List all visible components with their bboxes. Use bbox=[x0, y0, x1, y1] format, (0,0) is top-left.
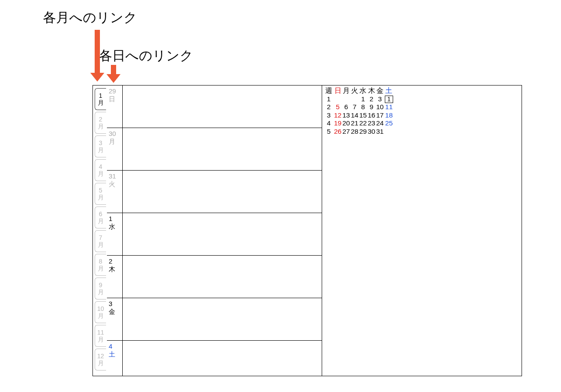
minical-header-3[interactable]: 火 bbox=[351, 87, 359, 95]
minical-day bbox=[384, 128, 394, 136]
day-link-31[interactable]: 31火 bbox=[107, 171, 122, 213]
minical-day bbox=[342, 95, 350, 103]
minical-day[interactable]: 1 bbox=[384, 95, 394, 103]
arrow-days-icon bbox=[111, 65, 116, 75]
day-body-30[interactable] bbox=[123, 128, 322, 171]
minical-day[interactable]: 14 bbox=[351, 111, 359, 120]
minical-header-5[interactable]: 木 bbox=[367, 87, 376, 95]
arrow-months-icon bbox=[95, 30, 100, 74]
minical-day[interactable]: 3 bbox=[376, 95, 384, 103]
minical-day[interactable]: 13 bbox=[342, 111, 350, 120]
month-tab-12[interactable]: 12月 bbox=[95, 349, 106, 371]
annotation-months-label: 各月へのリンク bbox=[43, 9, 137, 27]
day-body-3[interactable] bbox=[123, 298, 322, 341]
month-tab-7[interactable]: 7月 bbox=[95, 230, 106, 252]
minical-week-1[interactable]: 1 bbox=[325, 95, 334, 103]
day-link-3[interactable]: 3金 bbox=[107, 298, 122, 341]
day-body-4[interactable] bbox=[123, 341, 322, 376]
minical-header-1[interactable]: 日 bbox=[334, 87, 342, 95]
month-tab-6[interactable]: 6月 bbox=[95, 207, 106, 228]
minical-day[interactable]: 15 bbox=[359, 111, 367, 120]
month-tab-2[interactable]: 2月 bbox=[95, 112, 106, 134]
minical-header-0: 週 bbox=[325, 87, 334, 95]
minical-day[interactable]: 10 bbox=[376, 103, 384, 111]
mini-calendar: 週日月火水木金土11231256789101131213141516171841… bbox=[325, 87, 519, 136]
minical-day[interactable]: 23 bbox=[367, 119, 376, 128]
minical-header-4[interactable]: 水 bbox=[359, 87, 367, 95]
week-body-column bbox=[123, 86, 322, 376]
minical-day[interactable]: 5 bbox=[334, 103, 342, 111]
minical-day[interactable]: 8 bbox=[359, 103, 367, 111]
minical-day[interactable]: 12 bbox=[334, 111, 342, 120]
minical-day[interactable]: 6 bbox=[342, 103, 350, 111]
minical-day bbox=[334, 95, 342, 103]
day-link-1[interactable]: 1水 bbox=[107, 213, 122, 256]
minical-week-2[interactable]: 2 bbox=[325, 103, 334, 111]
minical-day[interactable]: 21 bbox=[351, 119, 359, 128]
minical-week-4[interactable]: 4 bbox=[325, 119, 334, 128]
minical-day[interactable]: 30 bbox=[367, 128, 376, 136]
minical-week-5[interactable]: 5 bbox=[325, 128, 334, 136]
minical-day[interactable]: 27 bbox=[342, 128, 350, 136]
day-body-31[interactable] bbox=[123, 171, 322, 213]
month-tabs-column: 1月2月3月4月5月6月7月8月9月10月11月12月 bbox=[93, 86, 107, 376]
minical-day[interactable]: 20 bbox=[342, 119, 350, 128]
month-tab-9[interactable]: 9月 bbox=[95, 278, 106, 299]
minical-day bbox=[351, 95, 359, 103]
minical-day[interactable]: 16 bbox=[367, 111, 376, 120]
minical-day[interactable]: 19 bbox=[334, 119, 342, 128]
minical-header-6[interactable]: 金 bbox=[376, 87, 384, 95]
day-link-2[interactable]: 2木 bbox=[107, 256, 122, 298]
minical-day[interactable]: 11 bbox=[384, 103, 394, 111]
minical-panel: 週日月火水木金土11231256789101131213141516171841… bbox=[322, 86, 522, 376]
minical-week-3[interactable]: 3 bbox=[325, 111, 334, 120]
day-link-29[interactable]: 29日 bbox=[107, 86, 122, 128]
day-link-4[interactable]: 4土 bbox=[107, 341, 122, 376]
month-tab-8[interactable]: 8月 bbox=[95, 254, 106, 276]
minical-day[interactable]: 1 bbox=[359, 95, 367, 103]
month-tab-11[interactable]: 11月 bbox=[95, 325, 106, 347]
day-link-30[interactable]: 30月 bbox=[107, 128, 122, 171]
minical-day[interactable]: 22 bbox=[359, 119, 367, 128]
minical-day[interactable]: 29 bbox=[359, 128, 367, 136]
calendar-frame: 1月2月3月4月5月6月7月8月9月10月11月12月 29日30月31火1水2… bbox=[92, 85, 522, 376]
minical-day[interactable]: 24 bbox=[376, 119, 384, 128]
day-column: 29日30月31火1水2木3金4土 bbox=[107, 86, 123, 376]
day-body-1[interactable] bbox=[123, 213, 322, 256]
minical-header-2[interactable]: 月 bbox=[342, 87, 350, 95]
minical-day[interactable]: 26 bbox=[334, 128, 342, 136]
minical-day[interactable]: 28 bbox=[351, 128, 359, 136]
month-tab-4[interactable]: 4月 bbox=[95, 159, 106, 181]
minical-day[interactable]: 9 bbox=[367, 103, 376, 111]
month-tab-10[interactable]: 10月 bbox=[95, 301, 106, 323]
minical-day[interactable]: 17 bbox=[376, 111, 384, 120]
month-tab-5[interactable]: 5月 bbox=[95, 183, 106, 205]
day-body-29[interactable] bbox=[123, 86, 322, 128]
minical-day[interactable]: 25 bbox=[384, 119, 394, 128]
minical-day[interactable]: 31 bbox=[376, 128, 384, 136]
minical-day[interactable]: 18 bbox=[384, 111, 394, 120]
minical-header-7[interactable]: 土 bbox=[384, 87, 394, 95]
month-tab-1[interactable]: 1月 bbox=[95, 88, 106, 110]
day-body-2[interactable] bbox=[123, 256, 322, 298]
annotation-days-label: 各日へのリンク bbox=[99, 47, 193, 65]
minical-day[interactable]: 7 bbox=[351, 103, 359, 111]
minical-day[interactable]: 2 bbox=[367, 95, 376, 103]
month-tab-3[interactable]: 3月 bbox=[95, 135, 106, 157]
